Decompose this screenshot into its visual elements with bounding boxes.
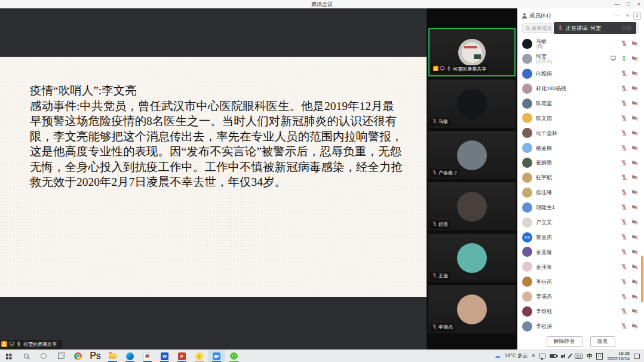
member-row[interactable]: 褚孟楠 <box>517 140 644 155</box>
close-button[interactable]: × <box>637 2 640 7</box>
taskbar-wechat-icon[interactable] <box>225 350 243 362</box>
member-status-icons <box>621 83 638 94</box>
video-tile[interactable]: 马敏 <box>428 79 516 128</box>
taskbar-photoshop-icon[interactable]: Ps <box>87 350 104 362</box>
camera-off-icon <box>631 187 638 198</box>
screen-share-indicator[interactable]: 何雯的屏幕共享 <box>0 340 62 349</box>
member-row[interactable]: 白雅娟 <box>517 66 644 81</box>
minimize-button[interactable]: — <box>614 2 620 7</box>
mic-muted-icon <box>621 292 627 302</box>
member-row[interactable]: 侯佳琳 <box>517 185 644 200</box>
weather-icon[interactable]: ☁ <box>495 353 501 359</box>
member-avatar <box>522 262 532 272</box>
meeting-icon <box>213 352 220 360</box>
video-tile[interactable]: 赵遥 <box>428 182 516 231</box>
tile-name: 何雯的屏幕共享 <box>453 66 486 72</box>
member-row[interactable]: 叱干垒林 <box>517 125 644 140</box>
member-row[interactable]: 胡隆生1 <box>517 200 644 215</box>
member-avatar <box>522 128 532 138</box>
taskbar-explorer-icon[interactable] <box>104 350 121 362</box>
tile-name-label: 卢春薇 2 <box>430 169 459 177</box>
member-row[interactable]: 李瑞杰 <box>517 289 644 304</box>
member-row[interactable]: 李恒芮 <box>517 274 644 289</box>
member-row[interactable]: 材化183杨桃 <box>517 81 644 96</box>
video-tile[interactable]: 卢春薇 2 <box>428 131 516 179</box>
video-tile[interactable]: 何雯的屏幕共享 <box>428 28 516 76</box>
member-avatar <box>522 113 532 123</box>
camera-off-icon <box>631 98 638 109</box>
window-title: 腾讯会议 <box>311 1 333 8</box>
member-status-icons <box>621 232 638 243</box>
taskbar-chrome-icon[interactable] <box>69 350 87 362</box>
participant-avatar <box>458 39 486 66</box>
taskbar-drawing-icon[interactable] <box>139 350 156 362</box>
member-row[interactable]: 何雯(主持人) <box>517 51 644 66</box>
touch-keyboard-icon[interactable] <box>575 354 582 359</box>
member-avatar <box>522 217 532 228</box>
video-tile[interactable]: 李瑞杰 <box>428 285 516 333</box>
member-row[interactable]: 杜宇航 <box>517 170 644 185</box>
mic-muted-icon <box>621 68 627 79</box>
member-name: 陈文雨 <box>536 115 552 121</box>
member-row[interactable]: 李烁钰 <box>517 304 644 319</box>
taskbar-edge-icon[interactable] <box>121 350 139 362</box>
panel-more-button[interactable]: ··· <box>613 13 622 19</box>
battery-tray-icon[interactable] <box>550 354 557 358</box>
member-avatar: 冬奥 <box>522 232 532 243</box>
video-tile[interactable]: 王迪 <box>428 234 516 282</box>
maximize-button[interactable]: □ <box>627 2 630 7</box>
member-row[interactable]: 崔婉璐 <box>517 155 644 170</box>
taskbar-taskview-icon[interactable] <box>52 350 69 362</box>
video-tile-strip: 何雯的屏幕共享马敏卢春薇 2赵遥王迪李瑞杰 <box>427 8 517 349</box>
tray-expand-chevron[interactable]: ^ <box>532 353 535 359</box>
member-row[interactable]: 冬奥贾金杰 <box>517 230 644 245</box>
camera-off-icon <box>631 232 638 243</box>
member-name: 材化183杨桃 <box>536 85 566 91</box>
unmute-button[interactable]: 解除静音 <box>547 336 582 347</box>
member-row[interactable]: 金蓝璇 <box>517 244 644 259</box>
taskbar-word-icon[interactable]: W <box>156 350 173 362</box>
member-row[interactable]: 金泽发 <box>517 259 644 274</box>
panel-layout-toggle[interactable]: ≡ <box>633 12 641 20</box>
mic-muted-icon <box>621 247 627 257</box>
camera-off-icon <box>631 113 638 124</box>
powerpoint-icon: P <box>178 352 186 360</box>
member-name: 叱干垒林 <box>536 130 557 136</box>
volume-tray-icon[interactable] <box>561 355 563 358</box>
camera-off-icon <box>631 143 638 154</box>
display-tray-icon[interactable] <box>539 354 545 358</box>
member-row[interactable]: 陈文雨 <box>517 111 644 125</box>
member-row[interactable]: 马敏(我) <box>517 36 644 51</box>
rename-button[interactable]: 改名 <box>590 336 615 347</box>
camera-off-icon <box>631 53 638 64</box>
taskbar-powerpoint-icon[interactable]: P <box>173 350 191 362</box>
taskbar-music-icon[interactable]: ♪ <box>191 350 208 362</box>
window-controls: — □ × <box>614 0 640 8</box>
ime-mode-icon[interactable] <box>596 353 603 360</box>
window-titlebar: 腾讯会议 — □ × <box>0 0 644 8</box>
panel-close-button[interactable]: × <box>624 13 631 19</box>
taskbar-apps: PsWP♪ <box>0 350 243 362</box>
pen-tray-icon[interactable] <box>568 354 572 359</box>
taskbar-cortana-icon[interactable] <box>35 350 52 362</box>
explorer-icon <box>109 353 116 359</box>
weather-text[interactable]: 19°C 多云 <box>505 352 528 360</box>
member-status-icons <box>621 38 638 49</box>
mic-muted-icon <box>432 221 437 228</box>
taskbar-meeting-icon[interactable] <box>208 350 225 362</box>
camera-off-icon <box>631 202 638 213</box>
taskbar-start-button[interactable] <box>0 350 17 362</box>
member-row[interactable]: 陈霜蓝 <box>517 96 644 111</box>
tile-name: 赵遥 <box>438 222 448 228</box>
scrollbar-thumb[interactable] <box>641 256 643 302</box>
member-row[interactable]: 李祖泱 <box>517 319 644 334</box>
member-status-icons <box>621 217 638 228</box>
taskbar-search-icon[interactable] <box>17 350 35 362</box>
camera-off-icon <box>631 277 638 287</box>
clock-time: 16:35 <box>607 351 630 356</box>
ime-language-indicator[interactable]: 中 <box>587 352 592 360</box>
action-center-icon[interactable] <box>634 354 640 359</box>
speaking-toast: 正在讲话: 何雯 <box>554 22 636 34</box>
member-row[interactable]: 户立文 <box>517 215 644 230</box>
clock[interactable]: 16:35 2022/10/14 <box>607 351 630 361</box>
